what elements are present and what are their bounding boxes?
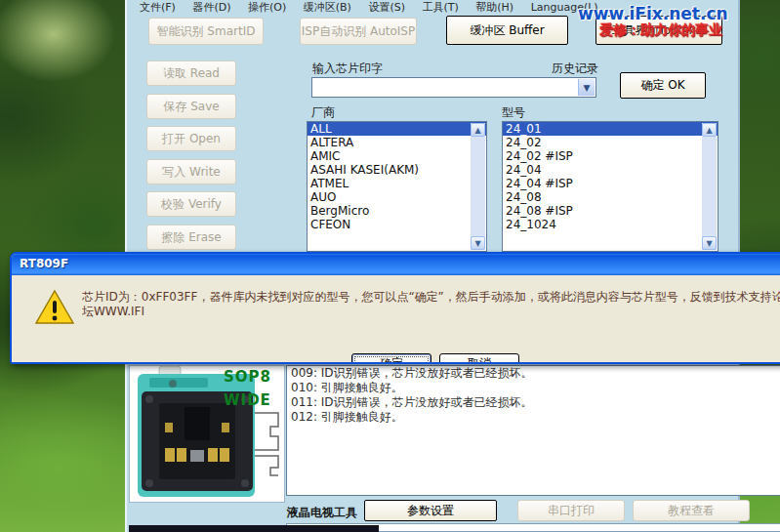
vendor-listbox[interactable]: ALL ALTERA AMIC ASAHI KASEI(AKM) ATMEL A… [307, 121, 487, 252]
adapter-photo-panel: SOP8 WIDE [129, 365, 285, 503]
log-entry: 010: 引脚接触良好。 [287, 381, 780, 395]
log-entry: 009: ID识别错误，芯片没放好或者已经损坏。 [287, 366, 780, 381]
lcd-tv-tool-label: 液晶电视工具 [287, 505, 357, 521]
smart-id-button[interactable]: 智能识别 SmartID [148, 18, 264, 45]
chip-marking-value [312, 82, 315, 96]
status-strip [129, 525, 379, 532]
list-item[interactable]: 24_08 #ISP [503, 204, 718, 218]
menu-bar: 文件(F) 器件(D) 操作(O) 缓冲区(B) 设置(S) 工具(T) 帮助(… [127, 0, 738, 14]
serial-print-button[interactable]: 串口打印 [517, 500, 625, 521]
menu-buffer[interactable]: 缓冲区(B) [297, 0, 358, 14]
list-item[interactable]: ATMEL [308, 177, 486, 190]
adapter-type-label: SOP8 [224, 368, 271, 386]
model-scrollbar[interactable]: ▲ ▼ [702, 123, 717, 250]
scroll-up-icon[interactable]: ▲ [471, 123, 485, 137]
log-entry: 011: ID识别错误，芯片没放好或者已经损坏。 [287, 395, 780, 410]
menu-language[interactable]: Language(L) [524, 0, 605, 14]
list-item[interactable]: 24_02 #ISP [503, 149, 718, 163]
message-dialog: RT809F 芯片ID为：0xFF03FF，器件库内未找到对应的型号，您可以点“… [10, 252, 780, 364]
dialog-title-bar[interactable]: RT809F [12, 254, 780, 275]
list-item[interactable]: BergMicro [308, 204, 486, 218]
desktop: 文件(F) 器件(D) 操作(O) 缓冲区(B) 设置(S) 工具(T) 帮助(… [0, 0, 780, 532]
menu-tools[interactable]: 工具(T) [415, 0, 465, 14]
model-label: 型号 [502, 104, 525, 121]
list-item[interactable]: 24_08 [503, 190, 718, 204]
list-item[interactable]: CFEON [308, 218, 486, 231]
list-item[interactable]: 24_02 [503, 136, 718, 149]
adapter-photo [130, 366, 284, 502]
scroll-down-icon[interactable]: ▼ [702, 236, 717, 250]
warning-icon [35, 290, 74, 325]
list-item[interactable]: AUO [308, 190, 486, 204]
tutorial-view-button[interactable]: 教程查看 [633, 500, 750, 521]
list-item[interactable]: 24_04 #ISP [503, 177, 718, 190]
log-entry: 012: 引脚接触良好。 [287, 410, 780, 425]
menu-help[interactable]: 帮助(H) [469, 0, 520, 14]
save-button[interactable]: 保存 Save [146, 94, 236, 119]
dialog-message: 芯片ID为：0xFF03FF，器件库内未找到对应的型号，您可以点“确定”，然后手… [82, 290, 780, 321]
menu-device[interactable]: 器件(D) [185, 0, 237, 14]
history-label: 历史记录 [552, 61, 598, 77]
scroll-down-icon[interactable]: ▼ [471, 236, 485, 250]
menu-settings[interactable]: 设置(S) [361, 0, 412, 14]
scroll-up-icon[interactable]: ▲ [702, 123, 717, 137]
chip-marking-label: 输入芯片印字 [312, 61, 383, 77]
list-item[interactable]: ASAHI KASEI(AKM) [308, 163, 486, 177]
menu-operation[interactable]: 操作(O) [241, 0, 293, 14]
list-item[interactable]: ALTERA [308, 136, 486, 149]
buffer-button[interactable]: 缓冲区 Buffer [446, 16, 568, 45]
dialog-cancel-button[interactable]: 取消 [439, 353, 519, 364]
adapter-width-label: WIDE [224, 391, 271, 409]
list-item[interactable]: AMIC [308, 149, 486, 163]
model-listbox[interactable]: 24_01 24_02 24_02 #ISP 24_04 24_04 #ISP … [502, 121, 718, 252]
erase-button[interactable]: 擦除 Erase [146, 225, 236, 250]
menu-file[interactable]: 文件(F) [133, 0, 183, 14]
verify-button[interactable]: 校验 Verify [146, 191, 236, 217]
vendor-scrollbar[interactable]: ▲ ▼ [471, 123, 485, 250]
dialog-ok-button[interactable]: 确定 [351, 353, 431, 364]
list-item[interactable]: 24_04 [503, 163, 718, 177]
list-item[interactable]: ALL [308, 122, 486, 136]
chip-marking-combobox[interactable]: ▼ [311, 77, 596, 98]
list-item[interactable]: 24_01 [503, 122, 718, 136]
list-item[interactable]: 24_1024 [503, 218, 718, 231]
read-button[interactable]: 读取 Read [146, 61, 236, 86]
dialog-body: 芯片ID为：0xFF03FF，器件库内未找到对应的型号，您可以点“确定”，然后手… [12, 275, 780, 364]
write-button[interactable]: 写入 Write [146, 159, 236, 184]
vendor-label: 厂商 [311, 104, 335, 121]
log-listbox[interactable]: 009: ID识别错误，芯片没放好或者已经损坏。 010: 引脚接触良好。 01… [286, 365, 780, 496]
chevron-down-icon[interactable]: ▼ [578, 79, 595, 96]
param-settings-button[interactable]: 参数设置 [364, 500, 497, 521]
open-button[interactable]: 打开 Open [146, 126, 236, 151]
ok-search-button[interactable]: 确定 OK [620, 72, 706, 99]
toolskin-button[interactable]: 工具界面ToolSkin [595, 16, 722, 45]
auto-isp-button[interactable]: ISP自动识别 AutoISP [300, 18, 417, 45]
